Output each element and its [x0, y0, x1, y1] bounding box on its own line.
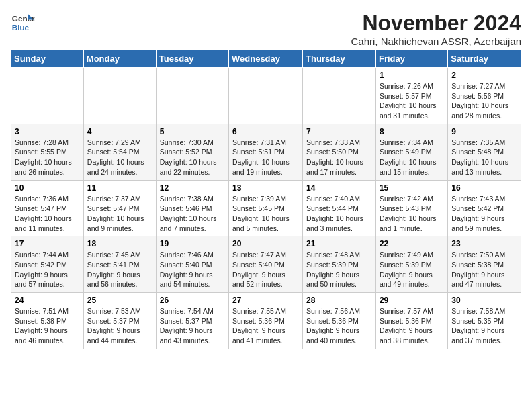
calendar-week-row: 3Sunrise: 7:28 AM Sunset: 5:55 PM Daylig… — [11, 124, 521, 180]
day-of-week-header: Friday — [375, 50, 447, 68]
day-number: 30 — [451, 295, 517, 305]
calendar-cell — [229, 68, 303, 124]
day-info: Sunrise: 7:46 AM Sunset: 5:40 PM Dayligh… — [160, 250, 225, 289]
day-number: 21 — [306, 239, 372, 248]
calendar-cell: 26Sunrise: 7:54 AM Sunset: 5:37 PM Dayli… — [156, 293, 228, 349]
day-of-week-header: Monday — [83, 50, 156, 68]
calendar-cell: 12Sunrise: 7:38 AM Sunset: 5:46 PM Dayli… — [156, 180, 228, 236]
svg-text:Blue: Blue — [12, 23, 30, 32]
calendar-cell — [156, 68, 228, 124]
calendar-cell: 17Sunrise: 7:44 AM Sunset: 5:42 PM Dayli… — [11, 236, 84, 293]
day-number: 17 — [15, 239, 80, 248]
calendar-cell: 1Sunrise: 7:26 AM Sunset: 5:57 PM Daylig… — [375, 68, 447, 124]
logo: General Blue — [11, 11, 35, 35]
calendar-cell: 10Sunrise: 7:36 AM Sunset: 5:47 PM Dayli… — [11, 180, 84, 236]
day-number: 20 — [232, 239, 299, 248]
day-number: 18 — [87, 239, 152, 248]
day-info: Sunrise: 7:38 AM Sunset: 5:46 PM Dayligh… — [160, 194, 225, 234]
day-number: 5 — [160, 127, 225, 136]
day-info: Sunrise: 7:47 AM Sunset: 5:40 PM Dayligh… — [232, 250, 299, 289]
day-number: 4 — [87, 127, 152, 136]
day-number: 28 — [306, 295, 372, 305]
day-info: Sunrise: 7:35 AM Sunset: 5:48 PM Dayligh… — [451, 138, 517, 177]
calendar-cell: 7Sunrise: 7:33 AM Sunset: 5:50 PM Daylig… — [303, 124, 376, 180]
day-info: Sunrise: 7:45 AM Sunset: 5:41 PM Dayligh… — [87, 250, 152, 289]
month-title: November 2024 — [351, 11, 521, 36]
day-info: Sunrise: 7:26 AM Sunset: 5:57 PM Dayligh… — [380, 81, 444, 121]
calendar-cell: 24Sunrise: 7:51 AM Sunset: 5:38 PM Dayli… — [11, 293, 84, 349]
calendar-cell: 14Sunrise: 7:40 AM Sunset: 5:44 PM Dayli… — [303, 180, 376, 236]
day-info: Sunrise: 7:42 AM Sunset: 5:43 PM Dayligh… — [380, 194, 444, 234]
calendar-cell — [303, 68, 376, 124]
calendar-cell: 4Sunrise: 7:29 AM Sunset: 5:54 PM Daylig… — [83, 124, 156, 180]
calendar-cell: 8Sunrise: 7:34 AM Sunset: 5:49 PM Daylig… — [375, 124, 447, 180]
day-of-week-header: Sunday — [11, 50, 84, 68]
calendar-table: SundayMondayTuesdayWednesdayThursdayFrid… — [11, 50, 521, 349]
day-info: Sunrise: 7:40 AM Sunset: 5:44 PM Dayligh… — [306, 194, 372, 234]
day-info: Sunrise: 7:39 AM Sunset: 5:45 PM Dayligh… — [232, 194, 299, 234]
calendar-cell: 22Sunrise: 7:49 AM Sunset: 5:39 PM Dayli… — [375, 236, 447, 293]
calendar-cell: 29Sunrise: 7:57 AM Sunset: 5:36 PM Dayli… — [375, 293, 447, 349]
logo-icon: General Blue — [11, 11, 35, 35]
day-of-week-header: Saturday — [448, 50, 521, 68]
day-info: Sunrise: 7:43 AM Sunset: 5:42 PM Dayligh… — [451, 194, 517, 234]
day-number: 25 — [87, 295, 152, 305]
day-info: Sunrise: 7:28 AM Sunset: 5:55 PM Dayligh… — [15, 138, 80, 177]
calendar-cell: 13Sunrise: 7:39 AM Sunset: 5:45 PM Dayli… — [229, 180, 303, 236]
day-number: 27 — [232, 295, 299, 305]
day-info: Sunrise: 7:54 AM Sunset: 5:37 PM Dayligh… — [160, 306, 225, 346]
day-info: Sunrise: 7:53 AM Sunset: 5:37 PM Dayligh… — [87, 306, 152, 346]
day-info: Sunrise: 7:57 AM Sunset: 5:36 PM Dayligh… — [380, 306, 444, 346]
day-number: 1 — [380, 71, 444, 80]
day-info: Sunrise: 7:58 AM Sunset: 5:35 PM Dayligh… — [451, 306, 517, 346]
calendar-cell: 2Sunrise: 7:27 AM Sunset: 5:56 PM Daylig… — [448, 68, 521, 124]
day-number: 22 — [380, 239, 444, 248]
day-of-week-header: Tuesday — [156, 50, 228, 68]
day-info: Sunrise: 7:55 AM Sunset: 5:36 PM Dayligh… — [232, 306, 299, 346]
day-info: Sunrise: 7:31 AM Sunset: 5:51 PM Dayligh… — [232, 138, 299, 177]
calendar-cell — [83, 68, 156, 124]
calendar-cell: 21Sunrise: 7:48 AM Sunset: 5:39 PM Dayli… — [303, 236, 376, 293]
day-number: 26 — [160, 295, 225, 305]
calendar-cell: 28Sunrise: 7:56 AM Sunset: 5:36 PM Dayli… — [303, 293, 376, 349]
day-info: Sunrise: 7:27 AM Sunset: 5:56 PM Dayligh… — [451, 81, 517, 121]
day-info: Sunrise: 7:48 AM Sunset: 5:39 PM Dayligh… — [306, 250, 372, 289]
location-title: Cahri, Nakhichevan ASSR, Azerbaijan — [351, 36, 521, 47]
calendar-cell: 19Sunrise: 7:46 AM Sunset: 5:40 PM Dayli… — [156, 236, 228, 293]
day-number: 19 — [160, 239, 225, 248]
day-info: Sunrise: 7:36 AM Sunset: 5:47 PM Dayligh… — [15, 194, 80, 234]
day-number: 6 — [232, 127, 299, 136]
day-info: Sunrise: 7:51 AM Sunset: 5:38 PM Dayligh… — [15, 306, 80, 346]
day-number: 16 — [451, 183, 517, 193]
day-info: Sunrise: 7:29 AM Sunset: 5:54 PM Dayligh… — [87, 138, 152, 177]
day-of-week-header: Wednesday — [229, 50, 303, 68]
day-number: 8 — [380, 127, 444, 136]
calendar-week-row: 24Sunrise: 7:51 AM Sunset: 5:38 PM Dayli… — [11, 293, 521, 349]
day-info: Sunrise: 7:37 AM Sunset: 5:47 PM Dayligh… — [87, 194, 152, 234]
day-info: Sunrise: 7:30 AM Sunset: 5:52 PM Dayligh… — [160, 138, 225, 177]
calendar-header-row: SundayMondayTuesdayWednesdayThursdayFrid… — [11, 50, 521, 68]
calendar-cell: 3Sunrise: 7:28 AM Sunset: 5:55 PM Daylig… — [11, 124, 84, 180]
calendar-cell: 6Sunrise: 7:31 AM Sunset: 5:51 PM Daylig… — [229, 124, 303, 180]
day-number: 12 — [160, 183, 225, 193]
day-number: 24 — [15, 295, 80, 305]
day-info: Sunrise: 7:33 AM Sunset: 5:50 PM Dayligh… — [306, 138, 372, 177]
day-number: 15 — [380, 183, 444, 193]
day-number: 9 — [451, 127, 517, 136]
calendar-week-row: 17Sunrise: 7:44 AM Sunset: 5:42 PM Dayli… — [11, 236, 521, 293]
calendar-cell: 9Sunrise: 7:35 AM Sunset: 5:48 PM Daylig… — [448, 124, 521, 180]
day-number: 29 — [380, 295, 444, 305]
day-number: 7 — [306, 127, 372, 136]
calendar-cell: 5Sunrise: 7:30 AM Sunset: 5:52 PM Daylig… — [156, 124, 228, 180]
day-info: Sunrise: 7:56 AM Sunset: 5:36 PM Dayligh… — [306, 306, 372, 346]
title-area: November 2024 Cahri, Nakhichevan ASSR, A… — [351, 11, 521, 47]
day-info: Sunrise: 7:44 AM Sunset: 5:42 PM Dayligh… — [15, 250, 80, 289]
calendar-cell — [11, 68, 84, 124]
calendar-cell: 15Sunrise: 7:42 AM Sunset: 5:43 PM Dayli… — [375, 180, 447, 236]
calendar-cell: 20Sunrise: 7:47 AM Sunset: 5:40 PM Dayli… — [229, 236, 303, 293]
day-info: Sunrise: 7:49 AM Sunset: 5:39 PM Dayligh… — [380, 250, 444, 289]
calendar-week-row: 1Sunrise: 7:26 AM Sunset: 5:57 PM Daylig… — [11, 68, 521, 124]
day-of-week-header: Thursday — [303, 50, 376, 68]
calendar-cell: 11Sunrise: 7:37 AM Sunset: 5:47 PM Dayli… — [83, 180, 156, 236]
calendar-cell: 30Sunrise: 7:58 AM Sunset: 5:35 PM Dayli… — [448, 293, 521, 349]
